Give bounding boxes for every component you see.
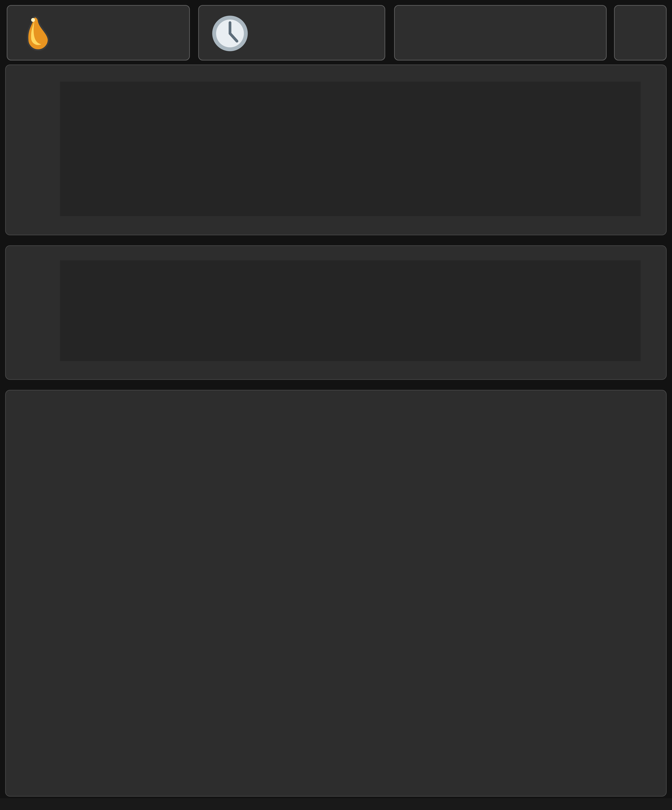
timeline-panel [5,390,667,796]
honey-per-sec-panel [5,64,667,235]
counters-box [614,5,667,61]
honey-drop-icon [19,14,58,53]
backpack-chart [60,260,641,361]
session-stats-box [198,5,385,61]
honey-per-sec-chart [60,82,641,216]
honey-stats-box [7,5,190,61]
buff-rings-box [394,5,606,61]
timeline-scrubber[interactable] [59,773,665,785]
backpack-axis-title [11,246,39,379]
dashboard [0,0,672,810]
status-bar [0,798,672,810]
backpack-panel [5,245,667,380]
honey-per-sec-axis-title [11,65,39,235]
clock-icon [211,14,249,53]
